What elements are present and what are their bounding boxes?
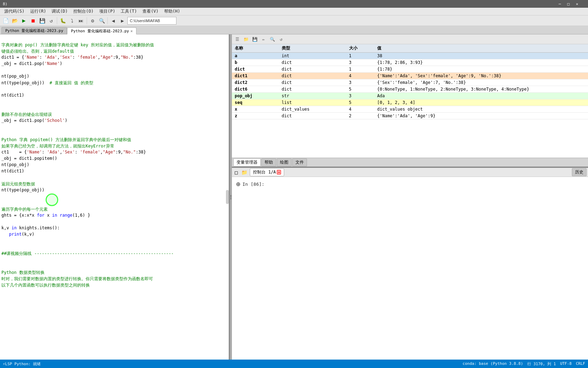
- stop-btn[interactable]: ⏹: [29, 17, 37, 25]
- var-row[interactable]: dict6dict5{0:NoneType, 1:NoneType, 2:Non…: [232, 86, 588, 93]
- search-btn[interactable]: 🔍: [98, 17, 106, 25]
- code-line[interactable]: 删除不存在的键会出现错误: [0, 112, 229, 118]
- var-row[interactable]: xdict_values4dict_values object: [232, 106, 588, 113]
- var-row[interactable]: dict1dict4{'Name':'Ada', 'Sex':'female',…: [232, 73, 588, 79]
- var-row[interactable]: pop_objstr3Ada: [232, 93, 588, 99]
- code-line[interactable]: nt(type(pop_obj)) # 直接返回 值 的类型: [0, 80, 229, 86]
- var-row[interactable]: dictdict1{1:78}: [232, 66, 588, 73]
- menu-item-查看(V)[interactable]: 查看(V): [140, 8, 161, 15]
- path-input[interactable]: C:\Users\MIAFAB: [127, 17, 176, 25]
- code-line[interactable]: [0, 67, 229, 74]
- menu-item-帮助(H)[interactable]: 帮助(H): [161, 8, 183, 15]
- code-line[interactable]: [0, 124, 229, 131]
- code-line[interactable]: 遍历字典中的每一个元素: [0, 206, 229, 213]
- code-line[interactable]: ct1 = {'Name': 'Ada','Sex': 'female',"Ag…: [0, 150, 229, 156]
- menu-item-运行(R)[interactable]: 运行(R): [27, 8, 49, 15]
- code-line[interactable]: k,v in knights.items():: [0, 225, 229, 232]
- var-refresh-btn[interactable]: ↺: [277, 35, 285, 43]
- code-line[interactable]: [0, 86, 229, 93]
- code-line[interactable]: _obj = dict1.popitem(): [0, 156, 229, 162]
- run-btn[interactable]: ▶: [20, 17, 28, 25]
- vertical-scrollbar[interactable]: [226, 190, 229, 204]
- console-tab-close-btn[interactable]: ✕: [277, 170, 281, 175]
- back-btn[interactable]: ◀: [109, 17, 118, 25]
- code-line[interactable]: [0, 238, 229, 244]
- code-line[interactable]: nt(dict1): [0, 169, 229, 175]
- var-cell-value: {0:NoneType, 1:NoneType, 2:NoneType, 3:N…: [374, 86, 588, 93]
- menu-item-控制台(O)[interactable]: 控制台(O): [71, 8, 96, 15]
- move-icon[interactable]: ⊕: [236, 180, 240, 188]
- var-cell-name: dict2: [232, 79, 279, 86]
- code-content: _obj = dict1.pop('School'): [1, 118, 227, 124]
- var-bottom-tab-0[interactable]: 变量管理器: [233, 158, 261, 166]
- tab-1[interactable]: Python 量化编程基础-2023.py✕: [67, 27, 136, 34]
- code-line[interactable]: Python 数据类型转换: [0, 270, 229, 276]
- code-line[interactable]: [0, 194, 229, 200]
- close-btn[interactable]: ✕: [576, 2, 578, 6]
- code-line[interactable]: 时对，我们需要对数据内置的类型进行转换。你只需要将数据类型作为函数名即可: [0, 276, 229, 282]
- menu-item-调试(D)[interactable]: 调试(D): [49, 8, 71, 15]
- console-expand-btn[interactable]: □: [233, 170, 239, 175]
- console-tab-label[interactable]: 控制台 1/A ✕: [250, 168, 284, 176]
- settings-btn[interactable]: ⚙: [88, 17, 97, 25]
- maximize-btn[interactable]: □: [567, 2, 570, 6]
- var-bottom-tab-3[interactable]: 文件: [292, 158, 307, 166]
- forward-btn[interactable]: ▶: [118, 17, 127, 25]
- code-line[interactable]: 字典对象的 pop() 方法删除字典给定键 key 所对应的值，返回值为被删除的…: [0, 42, 229, 48]
- code-line[interactable]: [0, 244, 229, 251]
- code-line[interactable]: [0, 105, 229, 112]
- code-line[interactable]: 返回元组类型数据: [0, 181, 229, 188]
- history-btn[interactable]: 历史: [572, 168, 587, 176]
- code-line[interactable]: [0, 131, 229, 137]
- menu-item-源代码(S)[interactable]: 源代码(S): [1, 8, 27, 15]
- code-line[interactable]: 键值必须给出。否则，返回default值: [0, 48, 229, 55]
- var-bottom-tab-1[interactable]: 帮助: [261, 158, 276, 166]
- code-line[interactable]: dict1 = {'Name': 'Ada','Sex': 'female',"…: [0, 55, 229, 61]
- menu-item-工具(T)[interactable]: 工具(T): [118, 8, 140, 15]
- code-line[interactable]: [0, 219, 229, 225]
- var-row[interactable]: dict2dict3{'Sex':'female', 'Age':7, 'No.…: [232, 79, 588, 86]
- menu-item-项目(P)[interactable]: 项目(P): [96, 8, 118, 15]
- code-line[interactable]: nt(pop_obj): [0, 162, 229, 169]
- code-line[interactable]: print(k,v): [0, 232, 229, 238]
- code-line[interactable]: [0, 200, 229, 206]
- tab-0[interactable]: Python 量化编程基础-2023.py: [1, 27, 67, 34]
- code-line[interactable]: nt(dict1): [0, 93, 229, 99]
- debug-btn[interactable]: 🐛: [59, 17, 67, 25]
- var-row[interactable]: aint138: [232, 53, 588, 59]
- code-line[interactable]: Python 字典 popitem() 方法删除并返回字典中的最后一对键和值: [0, 137, 229, 143]
- step-btn[interactable]: ⤵: [68, 17, 76, 25]
- var-folder-btn[interactable]: 📁: [242, 35, 250, 43]
- continue-btn[interactable]: ⏭: [77, 17, 85, 25]
- code-line[interactable]: [0, 36, 229, 42]
- code-line[interactable]: 如果字典已经为空，却调用了此方法，就报出KeyError异常: [0, 143, 229, 150]
- code-line[interactable]: [0, 263, 229, 270]
- code-line[interactable]: _obj = dict1.pop('Name'): [0, 61, 229, 67]
- var-row[interactable]: seqlist5[0, 1, 2, 3, 4]: [232, 99, 588, 106]
- var-edit-btn[interactable]: ✏: [260, 35, 267, 43]
- code-line[interactable]: nt(pop_obj): [0, 74, 229, 80]
- code-line[interactable]: _obj = dict1.pop('School'): [0, 118, 229, 124]
- var-save-btn[interactable]: 💾: [251, 35, 259, 43]
- code-line[interactable]: ##课视频分隔线 -------------------------------…: [0, 251, 229, 257]
- console-panel[interactable]: ⊕ In [86]:: [232, 177, 588, 360]
- code-content: 如果字典已经为空，却调用了此方法，就报出KeyError异常: [1, 143, 227, 150]
- tab-close-1[interactable]: ✕: [131, 29, 133, 33]
- code-line[interactable]: ghts = {x:x*x for x in range(1,6) }: [0, 213, 229, 219]
- var-row[interactable]: bdict3{1:78, 2:86, 3:93}: [232, 59, 588, 66]
- code-line[interactable]: [0, 99, 229, 105]
- console-folder-btn[interactable]: 📁: [240, 170, 249, 175]
- new-file-btn[interactable]: 📄: [1, 17, 10, 25]
- code-line[interactable]: nt(type(pop_obj)): [0, 188, 229, 194]
- var-search-btn[interactable]: 🔍: [268, 35, 276, 43]
- var-menu-btn[interactable]: ☰: [233, 35, 241, 43]
- var-row[interactable]: zdict2{'Name':'Ada', 'Age':9}: [232, 113, 588, 119]
- var-bottom-tab-2[interactable]: 绘图: [277, 158, 292, 166]
- save-btn[interactable]: 💾: [38, 17, 46, 25]
- open-file-btn[interactable]: 📂: [11, 17, 19, 25]
- code-line[interactable]: 以下几个内置函数可以执行数据类型之间的转换: [0, 282, 229, 289]
- minimize-btn[interactable]: ─: [559, 2, 561, 6]
- code-line[interactable]: [0, 175, 229, 181]
- reload-btn[interactable]: ↺: [47, 17, 55, 25]
- code-line[interactable]: [0, 257, 229, 263]
